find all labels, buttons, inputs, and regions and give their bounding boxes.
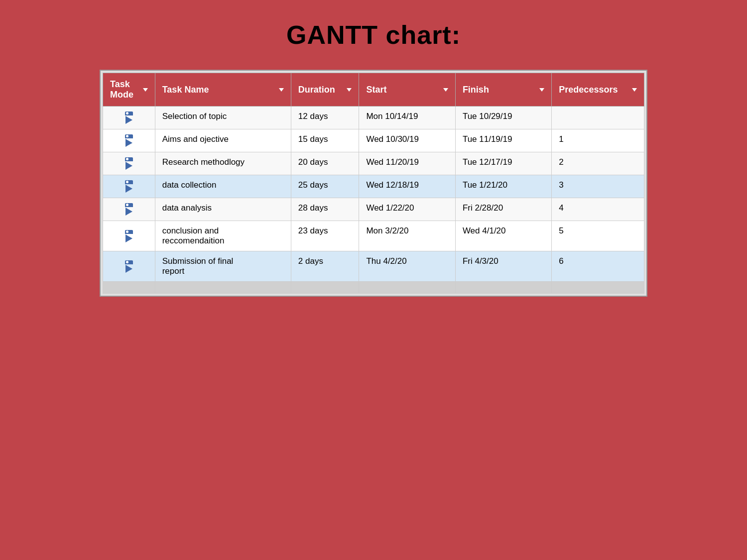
th-finish-label: Finish: [463, 85, 489, 95]
predecessors-cell: 5: [552, 221, 644, 251]
task-mode-cell: [103, 198, 155, 221]
table-row: Research methodlogy20 daysWed 11/20/19Tu…: [103, 152, 644, 175]
footer-cell: [552, 282, 644, 294]
gantt-table-wrapper: TaskMode Task Name Duration: [100, 70, 647, 297]
duration-cell: 12 days: [291, 107, 359, 129]
task-mode-icon: [110, 260, 148, 273]
table-row: Submission of finalreport2 daysThu 4/2/2…: [103, 251, 644, 282]
th-task-name[interactable]: Task Name: [155, 73, 291, 107]
finish-cell: Fri 4/3/20: [455, 251, 551, 282]
table-row: data analysis28 daysWed 1/22/20Fri 2/28/…: [103, 198, 644, 221]
duration-cell: 23 days: [291, 221, 359, 251]
footer-cell: [291, 282, 359, 294]
predecessors-cell: 3: [552, 175, 644, 198]
task-mode-cell: [103, 152, 155, 175]
gantt-table: TaskMode Task Name Duration: [103, 73, 644, 294]
start-cell: Mon 10/14/19: [359, 107, 455, 129]
duration-cell: 25 days: [291, 175, 359, 198]
predecessors-cell: 6: [552, 251, 644, 282]
finish-cell: Tue 12/17/19: [455, 152, 551, 175]
finish-cell: Fri 2/28/20: [455, 198, 551, 221]
table-row: Aims and ojective15 daysWed 10/30/19Tue …: [103, 129, 644, 152]
finish-cell: Tue 1/21/20: [455, 175, 551, 198]
th-task-mode-label: TaskMode: [110, 79, 133, 100]
predecessors-cell: 1: [552, 129, 644, 152]
table-row: conclusion andreccomendaition23 daysMon …: [103, 221, 644, 251]
page-title: GANTT chart:: [286, 20, 461, 50]
table-row: data collection25 daysWed 12/18/19Tue 1/…: [103, 175, 644, 198]
th-task-name-label: Task Name: [162, 85, 209, 95]
th-start-label: Start: [366, 85, 386, 95]
task-mode-cell: [103, 129, 155, 152]
table-row: Selection of topic12 daysMon 10/14/19Tue…: [103, 107, 644, 129]
th-task-mode-arrow-icon[interactable]: [143, 88, 148, 92]
th-task-mode[interactable]: TaskMode: [103, 73, 155, 107]
footer-cell: [155, 282, 291, 294]
footer-cell: [455, 282, 551, 294]
finish-cell: Wed 4/1/20: [455, 221, 551, 251]
footer-cell: [359, 282, 455, 294]
task-mode-cell: [103, 107, 155, 129]
start-cell: Thu 4/2/20: [359, 251, 455, 282]
task-mode-icon: [110, 134, 148, 147]
th-predecessors-label: Predecessors: [559, 85, 618, 95]
th-predecessors[interactable]: Predecessors: [552, 73, 644, 107]
table-footer-row: [103, 282, 644, 294]
finish-cell: Tue 11/19/19: [455, 129, 551, 152]
task-name-cell: Submission of finalreport: [155, 251, 291, 282]
start-cell: Wed 12/18/19: [359, 175, 455, 198]
predecessors-cell: 2: [552, 152, 644, 175]
predecessors-cell: 4: [552, 198, 644, 221]
task-mode-cell: [103, 251, 155, 282]
task-name-cell: data collection: [155, 175, 291, 198]
th-start[interactable]: Start: [359, 73, 455, 107]
task-name-cell: Research methodlogy: [155, 152, 291, 175]
predecessors-cell: [552, 107, 644, 129]
start-cell: Wed 11/20/19: [359, 152, 455, 175]
task-mode-icon: [110, 180, 148, 193]
task-mode-cell: [103, 175, 155, 198]
footer-cell: [103, 282, 155, 294]
task-mode-icon: [110, 112, 148, 124]
th-task-name-arrow-icon[interactable]: [279, 88, 284, 92]
task-mode-icon: [110, 230, 148, 242]
th-duration-label: Duration: [298, 85, 335, 95]
duration-cell: 2 days: [291, 251, 359, 282]
task-mode-icon: [110, 203, 148, 216]
task-mode-icon: [110, 157, 148, 170]
task-name-cell: data analysis: [155, 198, 291, 221]
task-name-cell: Aims and ojective: [155, 129, 291, 152]
start-cell: Mon 3/2/20: [359, 221, 455, 251]
task-name-cell: conclusion andreccomendaition: [155, 221, 291, 251]
duration-cell: 20 days: [291, 152, 359, 175]
th-duration[interactable]: Duration: [291, 73, 359, 107]
start-cell: Wed 10/30/19: [359, 129, 455, 152]
task-mode-cell: [103, 221, 155, 251]
table-header-row: TaskMode Task Name Duration: [103, 73, 644, 107]
th-predecessors-arrow-icon[interactable]: [632, 88, 637, 92]
th-duration-arrow-icon[interactable]: [347, 88, 352, 92]
th-start-arrow-icon[interactable]: [443, 88, 448, 92]
th-finish-arrow-icon[interactable]: [539, 88, 544, 92]
duration-cell: 28 days: [291, 198, 359, 221]
finish-cell: Tue 10/29/19: [455, 107, 551, 129]
start-cell: Wed 1/22/20: [359, 198, 455, 221]
task-name-cell: Selection of topic: [155, 107, 291, 129]
duration-cell: 15 days: [291, 129, 359, 152]
table-body: Selection of topic12 daysMon 10/14/19Tue…: [103, 107, 644, 294]
th-finish[interactable]: Finish: [455, 73, 551, 107]
